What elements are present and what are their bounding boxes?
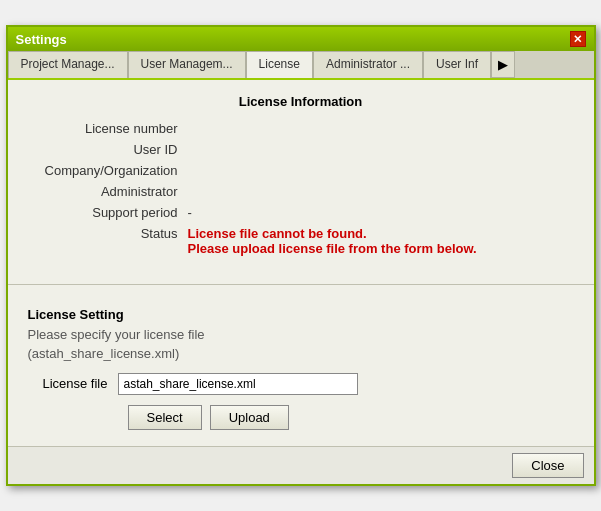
hint-line1: Please specify your license file	[28, 327, 205, 342]
support-period-value: -	[188, 205, 574, 220]
tab-license[interactable]: License	[246, 51, 313, 80]
status-row: Status License file cannot be found. Ple…	[28, 226, 574, 256]
button-row: Select Upload	[128, 405, 574, 430]
main-content: License Information License number User …	[8, 80, 594, 272]
administrator-value	[188, 184, 574, 199]
status-error-line2: Please upload license file from the form…	[188, 241, 574, 256]
settings-dialog: Settings ✕ Project Manage... User Manage…	[6, 25, 596, 485]
select-button[interactable]: Select	[128, 405, 202, 430]
tab-user-info[interactable]: User Inf	[423, 51, 491, 78]
support-period-row: Support period -	[28, 205, 574, 220]
file-label: License file	[28, 376, 118, 391]
section-divider	[8, 284, 594, 285]
user-id-label: User ID	[28, 142, 188, 157]
dialog-title: Settings	[16, 32, 67, 47]
footer: Close	[8, 446, 594, 484]
tab-arrow[interactable]: ▶	[491, 51, 515, 78]
company-value	[188, 163, 574, 178]
company-label: Company/Organization	[28, 163, 188, 178]
license-number-label: License number	[28, 121, 188, 136]
hint-line2: (astah_share_license.xml)	[28, 346, 180, 361]
license-file-input[interactable]	[118, 373, 358, 395]
support-period-label: Support period	[28, 205, 188, 220]
status-error-line1: License file cannot be found.	[188, 226, 574, 241]
tabs-bar: Project Manage... User Managem... Licens…	[8, 51, 594, 80]
close-button[interactable]: Close	[512, 453, 583, 478]
license-setting-title: License Setting	[28, 307, 574, 322]
tab-project-manager[interactable]: Project Manage...	[8, 51, 128, 78]
user-id-row: User ID	[28, 142, 574, 157]
license-number-row: License number	[28, 121, 574, 136]
license-setting-hint: Please specify your license file (astah_…	[28, 326, 574, 362]
administrator-row: Administrator	[28, 184, 574, 199]
upload-button[interactable]: Upload	[210, 405, 289, 430]
license-setting-section: License Setting Please specify your lice…	[8, 297, 594, 445]
title-bar-close-button[interactable]: ✕	[570, 31, 586, 47]
license-number-value	[188, 121, 574, 136]
status-label: Status	[28, 226, 188, 256]
file-row: License file	[28, 373, 574, 395]
company-row: Company/Organization	[28, 163, 574, 178]
tab-administrator[interactable]: Administrator ...	[313, 51, 423, 78]
title-bar: Settings ✕	[8, 27, 594, 51]
status-value: License file cannot be found. Please upl…	[188, 226, 574, 256]
license-info-title: License Information	[28, 94, 574, 109]
administrator-label: Administrator	[28, 184, 188, 199]
tab-user-management[interactable]: User Managem...	[128, 51, 246, 78]
user-id-value	[188, 142, 574, 157]
